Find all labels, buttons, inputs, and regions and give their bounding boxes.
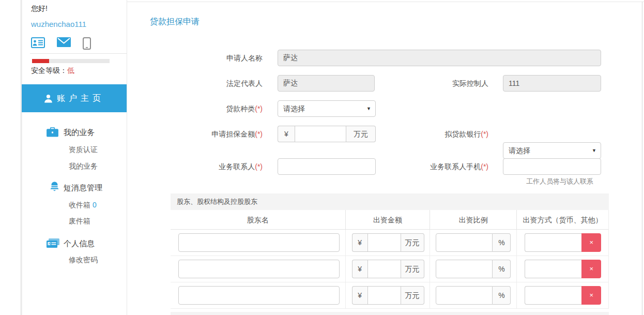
shareholder-name-cell [171,282,345,308]
amount-unit: 万元 [401,260,424,278]
shareholder-name-input[interactable] [178,286,340,305]
contact-phone-label: 业务联系人手机(*) [364,162,488,172]
sidebar-item-my-business[interactable]: 我的业务 [64,128,95,138]
shareholder-ratio-input[interactable] [436,260,493,278]
guarantee-amount-label: 申请担保金额(*) [139,130,263,139]
contact-icon-row [31,37,109,50]
delete-row-button[interactable]: × [581,260,601,278]
envelope-icon[interactable] [57,37,83,50]
guarantee-amount-group: ¥ 万元 [278,126,376,142]
delete-row-button[interactable]: × [581,286,601,305]
guarantee-amount-input[interactable] [295,126,346,142]
sidebar-item-my-business-sub[interactable]: 我的业务 [69,162,98,171]
required-mark: (*) [255,130,263,138]
contact-person-input[interactable] [278,158,376,175]
security-progress-fill [32,59,49,63]
shareholder-row: ¥ 万元 % × [171,230,609,256]
shareholder-method-cell: × [516,230,608,256]
next-section-band [171,312,609,315]
inbox-label: 收件箱 [69,201,90,209]
sidebar-item-qualification[interactable]: 资质认证 [69,145,98,155]
contact-phone-input[interactable] [503,158,601,175]
loan-type-select[interactable]: 请选择 ▼ [278,100,376,117]
required-mark: (*) [255,162,263,171]
shareholder-name-input[interactable] [178,233,340,252]
target-bank-select[interactable]: 请选择 ▼ [503,142,601,159]
shareholder-ratio-input[interactable] [436,286,493,305]
shareholder-amount-cell: ¥ 万元 [345,230,430,256]
currency-prefix: ¥ [352,286,367,305]
username-link[interactable]: wuzhenchao111 [31,20,86,28]
account-home-label: 账户主页 [57,93,104,104]
shareholder-ratio-input[interactable] [436,233,493,252]
shareholders-table: 股东、股权结构及控股股东 股东名 出资金额 出资比例 出资方式（货币、其他） ¥… [171,193,609,309]
ratio-unit: % [493,260,511,278]
loan-type-label: 贷款种类(*) [139,104,263,114]
id-cards-icon: A [47,238,59,248]
security-level-value: 低 [67,66,74,74]
label-text: 法定代表人 [226,79,263,87]
label-text: 业务联系人手机 [430,162,481,171]
ratio-group: % [436,260,511,278]
shareholder-method-cell: × [516,282,608,308]
ratio-group: % [436,233,511,252]
legal-rep-input[interactable] [278,75,375,92]
main-top-border [127,2,644,2]
left-gutter-border [21,0,21,315]
sidebar-divider-line [30,53,127,54]
delete-row-button[interactable]: × [581,233,601,252]
shareholder-ratio-cell: % [430,230,516,256]
selected-value: 请选择 [509,146,530,155]
shareholder-amount-input[interactable] [367,233,401,252]
method-group: × [525,233,601,252]
label-text: 实际控制人 [452,79,488,87]
currency-prefix: ¥ [352,260,367,278]
amount-unit: 万元 [401,286,424,305]
sidebar-item-trash[interactable]: 废件箱 [69,217,90,226]
sidebar-item-personal-info[interactable]: 个人信息 [64,239,95,249]
method-group: × [525,260,601,278]
shareholder-amount-input[interactable] [367,260,401,278]
applicant-name-input[interactable] [278,50,601,66]
id-card-icon[interactable] [31,37,57,50]
right-border [642,2,642,315]
shareholder-method-input[interactable] [525,233,581,252]
required-mark: (*) [481,130,488,138]
sidebar-item-inbox[interactable]: 收件箱 0 [69,201,97,210]
amount-group: ¥ 万元 [352,233,424,252]
shareholder-amount-input[interactable] [367,286,401,305]
ratio-unit: % [493,233,511,252]
label-text: 申请担保金额 [211,130,255,138]
method-group: × [525,286,601,305]
actual-controller-input[interactable] [503,75,601,92]
label-text: 拟贷款银行 [444,130,481,138]
label-text: 贷款种类 [226,104,255,113]
security-level-text: 安全等级：低 [31,66,74,76]
shareholder-name-cell [171,256,345,282]
shareholder-amount-cell: ¥ 万元 [345,256,430,282]
person-icon [44,94,53,103]
ratio-unit: % [493,286,511,305]
shareholder-ratio-cell: % [430,282,516,308]
sidebar-item-account-home[interactable]: 账户主页 [22,84,127,112]
shareholder-method-input[interactable] [525,286,581,305]
shareholder-name-input[interactable] [178,260,340,278]
col-header-method: 出资方式（货币、其他） [516,210,608,229]
contact-person-label: 业务联系人(*) [139,162,263,172]
shareholder-method-cell: × [516,256,608,282]
shareholder-row: ¥ 万元 % × [171,282,609,309]
currency-prefix: ¥ [352,233,367,252]
sidebar-divider [127,0,127,315]
sidebar-item-change-password[interactable]: 修改密码 [69,256,98,265]
selected-value: 请选择 [283,104,305,113]
greeting-text: 您好! [31,4,48,13]
shareholder-amount-cell: ¥ 万元 [345,282,430,308]
required-mark: (*) [481,162,488,171]
shareholder-method-input[interactable] [525,260,581,278]
ratio-group: % [436,286,511,305]
shareholders-body: ¥ 万元 % × ¥ 万元 [171,230,609,309]
phone-icon[interactable] [83,37,109,50]
shareholders-section-title: 股东、股权结构及控股股东 [171,193,609,210]
sidebar-item-sms-management[interactable]: 短消息管理 [64,183,102,193]
target-bank-label: 拟贷款银行(*) [364,130,488,139]
